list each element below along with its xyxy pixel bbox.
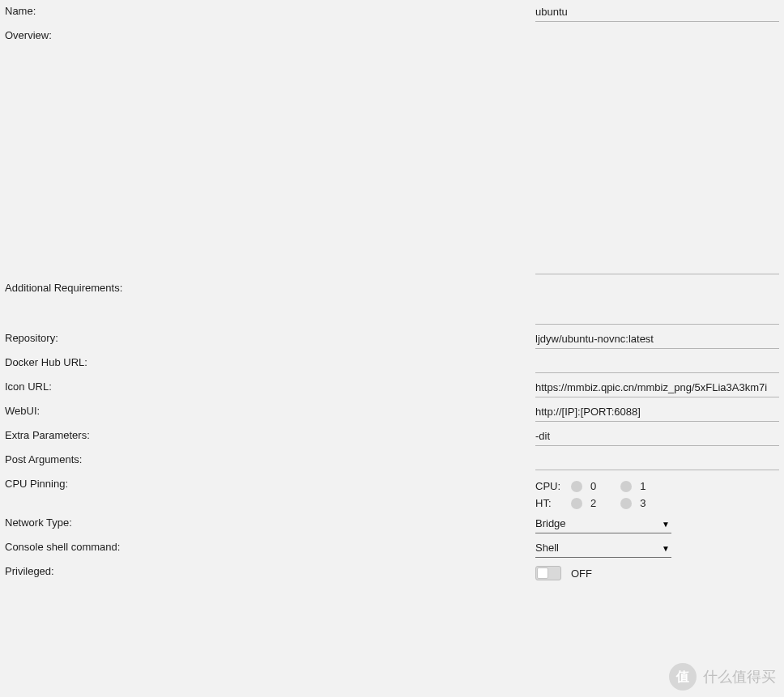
cpu-core-1-checkbox[interactable] bbox=[620, 481, 632, 492]
ht-row-label: HT: bbox=[535, 497, 563, 509]
additional-textarea[interactable] bbox=[535, 279, 779, 325]
icon-url-input[interactable] bbox=[535, 378, 779, 397]
cpu-core-1-label: 1 bbox=[640, 480, 646, 492]
name-label: Name: bbox=[5, 2, 535, 17]
post-args-label: Post Arguments: bbox=[5, 451, 535, 465]
network-type-label: Network Type: bbox=[5, 514, 535, 529]
cpu-core-3-checkbox[interactable] bbox=[620, 498, 632, 509]
privileged-state-text: OFF bbox=[571, 567, 592, 580]
cpu-core-2-label: 2 bbox=[590, 497, 596, 509]
overview-label: Overview: bbox=[5, 27, 535, 41]
console-shell-select[interactable]: Shell bbox=[535, 538, 671, 557]
icon-url-label: Icon URL: bbox=[5, 378, 535, 393]
watermark: 值 什么值得买 bbox=[669, 663, 776, 691]
post-args-input[interactable] bbox=[535, 451, 779, 470]
privileged-label: Privileged: bbox=[5, 563, 535, 577]
webui-input[interactable] bbox=[535, 402, 779, 422]
watermark-text: 什么值得买 bbox=[703, 667, 776, 686]
watermark-badge-icon: 值 bbox=[669, 663, 697, 691]
cpu-core-0-checkbox[interactable] bbox=[571, 481, 582, 492]
repository-input[interactable] bbox=[535, 329, 779, 349]
additional-label: Additional Requirements: bbox=[5, 279, 535, 294]
network-type-select[interactable]: Bridge bbox=[535, 514, 671, 533]
extra-params-label: Extra Parameters: bbox=[5, 427, 535, 441]
console-shell-label: Console shell command: bbox=[5, 538, 535, 553]
docker-hub-label: Docker Hub URL: bbox=[5, 354, 535, 368]
docker-hub-input[interactable] bbox=[535, 354, 779, 373]
name-input[interactable] bbox=[535, 2, 779, 22]
webui-label: WebUI: bbox=[5, 402, 535, 417]
overview-textarea[interactable] bbox=[535, 27, 779, 274]
repository-label: Repository: bbox=[5, 329, 535, 344]
cpu-core-2-checkbox[interactable] bbox=[571, 498, 582, 509]
cpu-core-3-label: 3 bbox=[640, 497, 646, 509]
cpu-row-label: CPU: bbox=[535, 480, 563, 492]
extra-params-input[interactable] bbox=[535, 427, 779, 446]
cpu-pinning-label: CPU Pinning: bbox=[5, 475, 535, 490]
privileged-toggle[interactable] bbox=[535, 566, 561, 580]
cpu-core-0-label: 0 bbox=[590, 480, 596, 492]
